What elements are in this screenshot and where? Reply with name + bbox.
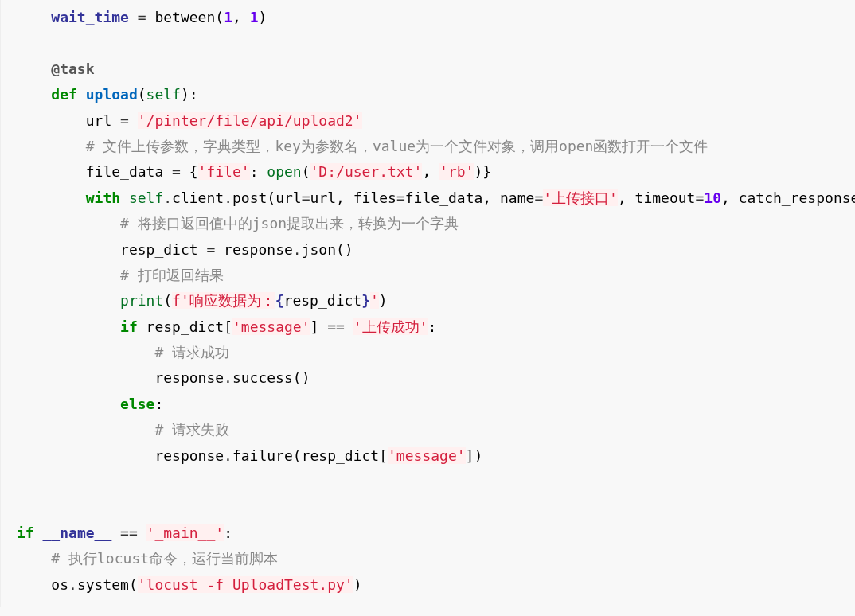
code-line: response.failure(resp_dict['message']): [17, 447, 482, 464]
code-line: url = '/pinter/file/api/upload2': [17, 112, 362, 129]
code-line: def upload(self):: [17, 86, 198, 103]
code-line: response.success(): [17, 369, 310, 386]
code-line: # 请求成功: [17, 344, 229, 361]
code-line: else:: [17, 396, 163, 412]
code-line: resp_dict = response.json(): [17, 241, 353, 258]
code-line: with self.client.post(url=url, files=fil…: [17, 189, 855, 206]
code-line: if resp_dict['message'] == '上传成功':: [17, 318, 436, 335]
code-line: os.system('locust -f UploadTest.py'): [17, 576, 362, 593]
code-line: # 文件上传参数，字典类型，key为参数名，value为一个文件对象，调用ope…: [17, 138, 708, 154]
code-line: wait_time = between(1, 1): [17, 9, 267, 25]
code-line: file_data = {'file': open('D:/user.txt',…: [17, 163, 491, 180]
code-block: wait_time = between(1, 1) @task def uplo…: [0, 0, 855, 607]
code-line: if __name__ == '_main__':: [17, 524, 232, 541]
code-line: print(f'响应数据为：{resp_dict}'): [17, 292, 388, 309]
code-line: # 执行locust命令，运行当前脚本: [17, 550, 278, 567]
code-line: @task: [17, 60, 95, 77]
code-line: # 打印返回结果: [17, 267, 224, 283]
code-line: # 将接口返回值中的json提取出来，转换为一个字典: [17, 215, 459, 232]
code-line: # 请求失败: [17, 421, 229, 438]
